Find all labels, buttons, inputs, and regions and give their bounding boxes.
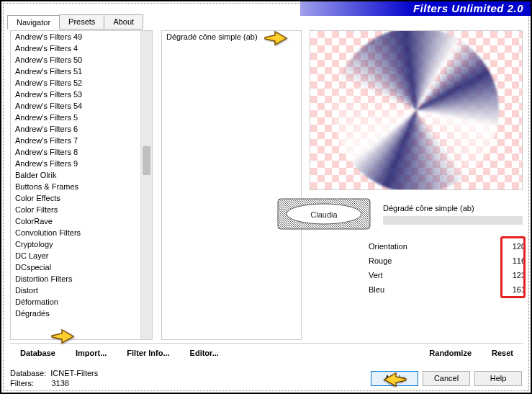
list-item[interactable]: Dégradés <box>11 308 152 319</box>
list-item[interactable]: Balder Olrik <box>11 169 152 181</box>
list-item[interactable]: Andrew's Filters 6 <box>11 123 152 135</box>
footer-db-value: ICNET-Filters <box>50 369 98 377</box>
list-item[interactable]: Andrew's Filters 49 <box>11 31 152 42</box>
tab-bar: Navigator Presets About <box>7 14 143 30</box>
list-item[interactable]: Distortion Filters <box>11 273 152 285</box>
tab-about[interactable]: About <box>104 14 143 29</box>
list-item[interactable]: Convolution Filters <box>11 227 152 238</box>
import-button[interactable]: Import... <box>66 346 117 359</box>
param-label: Orientation <box>369 242 455 251</box>
list-item[interactable]: Buttons & Frames <box>11 181 152 192</box>
footer-db-label: Database: <box>10 369 46 377</box>
scrollbar-thumb[interactable] <box>143 146 150 175</box>
list-item[interactable]: Andrew's Filters 8 <box>11 146 152 158</box>
list-item[interactable]: Andrew's Filters 53 <box>11 89 152 100</box>
selected-filter-title: Dégradé cône simple (ab) <box>383 204 523 215</box>
tab-presets[interactable]: Presets <box>59 14 104 29</box>
param-label: Rouge <box>369 256 455 265</box>
bottom-toolbar: Database Import... Filter Info... Editor… <box>10 343 523 359</box>
list-item[interactable]: Andrew's Filters 52 <box>11 77 152 89</box>
list-item[interactable]: Cryptology <box>11 238 152 250</box>
list-item[interactable]: Andrew's Filters 7 <box>11 135 152 146</box>
list-item[interactable]: Andrew's Filters 4 <box>11 42 152 54</box>
footer: Database: ICNET-Filters Filters: 3138 Ap… <box>10 368 522 388</box>
category-list[interactable]: Andrew's Filters 49Andrew's Filters 4And… <box>10 30 153 340</box>
scrollbar-vertical[interactable] <box>140 31 152 339</box>
list-item[interactable]: ColorRave <box>11 215 152 227</box>
param-label: Bleu <box>369 285 455 294</box>
param-label: Vert <box>369 271 455 279</box>
help-button[interactable]: Help <box>474 371 522 386</box>
list-item[interactable]: Andrew's Filters 9 <box>11 158 152 169</box>
editor-button[interactable]: Editor... <box>180 346 229 359</box>
tab-navigator[interactable]: Navigator <box>7 15 60 30</box>
watermark-claudia: Claudia <box>274 196 374 232</box>
apply-button[interactable]: Apply <box>371 371 418 386</box>
footer-filters-label: Filters: <box>10 379 34 388</box>
list-item[interactable]: Andrew's Filters 51 <box>11 66 152 77</box>
list-item[interactable]: Andrew's Filters 5 <box>11 112 152 123</box>
list-item[interactable]: Color Filters <box>11 204 152 215</box>
list-item[interactable]: Andrew's Filters 50 <box>11 54 152 66</box>
list-item[interactable]: Distort <box>11 285 152 296</box>
preview-image <box>310 30 523 190</box>
app-title: Filters Unlimited 2.0 <box>300 1 531 16</box>
list-item[interactable]: Color Effects <box>11 192 152 204</box>
list-item[interactable]: DCspecial <box>11 261 152 273</box>
cancel-button[interactable]: Cancel <box>423 371 470 386</box>
svg-text:Claudia: Claudia <box>310 210 338 219</box>
list-item[interactable]: Dégradé cône simple (ab) <box>162 31 301 42</box>
title-bar <box>383 216 523 225</box>
list-item[interactable]: Andrew's Filters 54 <box>11 100 152 112</box>
randomize-button[interactable]: Randomize <box>419 346 482 359</box>
filter-info-button[interactable]: Filter Info... <box>117 346 179 359</box>
filter-list[interactable]: Dégradé cône simple (ab) <box>161 30 302 340</box>
database-button[interactable]: Database <box>10 346 66 359</box>
reset-button[interactable]: Reset <box>482 346 523 359</box>
list-item[interactable]: Déformation <box>11 296 152 308</box>
list-item[interactable]: DC Layer <box>11 250 152 261</box>
annotation-highlight-values <box>500 236 526 298</box>
footer-filters-value: 3138 <box>51 379 68 388</box>
